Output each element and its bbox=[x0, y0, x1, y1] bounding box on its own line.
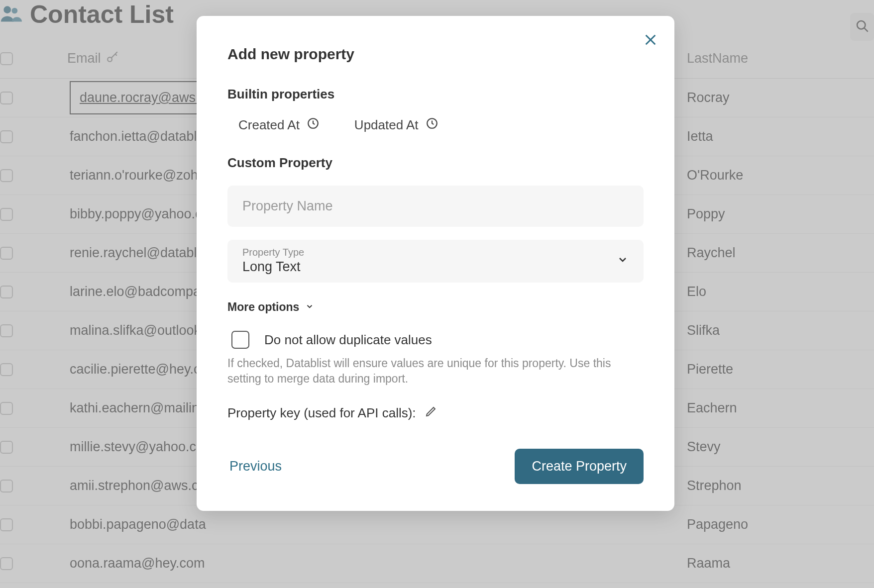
duplicate-label: Do not allow duplicate values bbox=[264, 332, 432, 348]
duplicate-help-text: If checked, Datablist will ensure values… bbox=[227, 356, 644, 387]
edit-key-button[interactable] bbox=[425, 405, 437, 421]
property-type-select[interactable]: Property Type Long Text bbox=[227, 240, 644, 283]
close-icon bbox=[644, 40, 657, 48]
duplicate-checkbox-row: Do not allow duplicate values bbox=[227, 331, 644, 349]
builtin-updated-at[interactable]: Updated At bbox=[354, 117, 438, 133]
property-name-input[interactable] bbox=[242, 198, 629, 214]
close-button[interactable] bbox=[644, 33, 657, 49]
chevron-down-icon bbox=[617, 254, 629, 268]
builtin-created-at[interactable]: Created At bbox=[238, 117, 320, 133]
duplicate-checkbox[interactable] bbox=[231, 331, 249, 349]
builtin-label: Updated At bbox=[354, 117, 419, 133]
create-property-button[interactable]: Create Property bbox=[515, 449, 644, 484]
clock-icon bbox=[307, 117, 320, 133]
builtin-properties-row: Created At Updated At bbox=[227, 117, 644, 133]
more-options-label: More options bbox=[227, 300, 299, 314]
property-key-row: Property key (used for API calls): bbox=[227, 405, 644, 421]
modal-footer: Previous Create Property bbox=[227, 449, 644, 484]
property-type-value: Long Text bbox=[242, 259, 304, 275]
builtin-heading: Builtin properties bbox=[227, 87, 644, 102]
custom-heading: Custom Property bbox=[227, 155, 644, 171]
add-property-modal: Add new property Builtin properties Crea… bbox=[197, 16, 674, 511]
builtin-label: Created At bbox=[238, 117, 300, 133]
property-key-label: Property key (used for API calls): bbox=[227, 405, 416, 421]
property-name-field[interactable] bbox=[227, 186, 644, 227]
chevron-down-icon bbox=[305, 300, 314, 314]
more-options-toggle[interactable]: More options bbox=[227, 300, 644, 314]
clock-icon bbox=[426, 117, 438, 133]
pencil-icon bbox=[425, 405, 437, 420]
previous-button[interactable]: Previous bbox=[227, 454, 284, 479]
modal-title: Add new property bbox=[227, 46, 644, 63]
property-type-label: Property Type bbox=[242, 247, 304, 258]
